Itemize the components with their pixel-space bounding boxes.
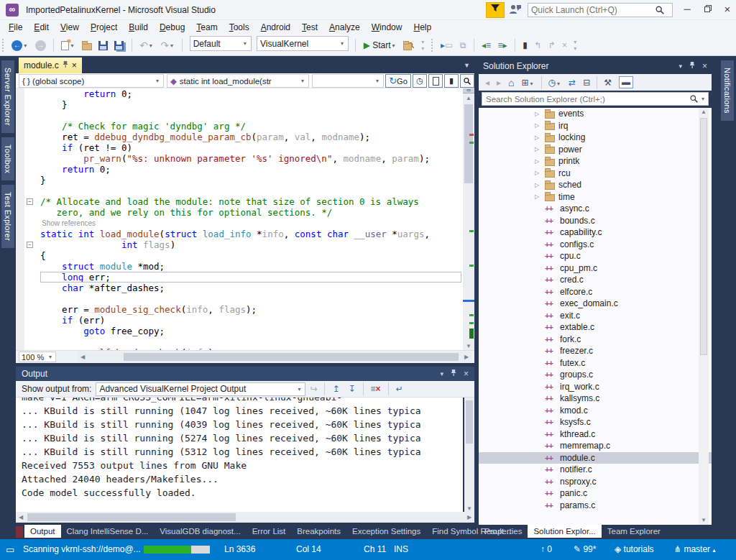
sync-with-active-document-icon[interactable]: ⇄ <box>569 78 576 88</box>
collapse-all-icon[interactable]: ⊟ <box>583 78 590 88</box>
scroll-left-arrow[interactable]: ◀ <box>16 512 26 523</box>
code-line[interactable]: goto free_copy; <box>40 326 461 336</box>
previous-message-icon[interactable]: ↥ <box>332 384 339 394</box>
output-line[interactable]: Attached 24040 headers/Makefiles... <box>16 472 463 486</box>
tree-item-printk[interactable]: ▷printk <box>479 155 712 167</box>
startup-profile-combo[interactable]: VisualKernel▾ <box>257 36 349 51</box>
member-dropdown[interactable]: ◆static int load_module(str▾ <box>167 74 309 88</box>
output-panel-header[interactable]: Output ▾ × <box>16 367 474 381</box>
code-line[interactable]: zero, and we rely on this for optional s… <box>40 207 461 218</box>
bottom-tab-output[interactable]: Output <box>24 525 61 538</box>
tree-item-module-c[interactable]: ++module.c <box>479 452 712 464</box>
menu-build[interactable]: Build <box>123 20 154 35</box>
window-position-icon[interactable]: ▾ <box>678 63 682 70</box>
bottom-tab-team-explorer[interactable]: Team Explorer <box>602 525 666 538</box>
window-position-icon[interactable]: ▾ <box>440 370 443 377</box>
tree-item-cpu_pm-c[interactable]: ++cpu_pm.c <box>479 262 712 275</box>
code-line[interactable]: } <box>40 99 461 110</box>
solution-configuration-combo[interactable]: Default▾ <box>190 36 252 51</box>
scroll-up-arrow[interactable]: ▲ <box>699 108 709 116</box>
close-tab-icon[interactable]: × <box>72 60 77 70</box>
search-options-caret[interactable]: ▾ <box>700 96 706 102</box>
fold-marker-icon[interactable]: − <box>27 198 33 205</box>
pending-changes-filter-icon[interactable]: ◷▾ <box>548 78 562 88</box>
save-all-button[interactable] <box>112 36 126 55</box>
next-bookmark-button[interactable]: ↱ <box>546 36 557 55</box>
code-line[interactable]: ret = ddebug_dyndbg_module_param_cb(para… <box>40 132 461 142</box>
expander-icon[interactable]: ▷ <box>535 170 545 176</box>
code-line[interactable] <box>40 110 461 121</box>
tree-item-kthread-c[interactable]: ++kthread.c <box>479 428 712 441</box>
navigate-forward-button[interactable]: → <box>33 36 48 55</box>
code-line[interactable] <box>40 293 461 304</box>
search-icon[interactable] <box>689 94 699 104</box>
bottom-tab-breakpoints[interactable]: Breakpoints <box>291 525 346 538</box>
increase-indent-button[interactable]: ≡▸ <box>495 36 509 55</box>
goto-message-icon[interactable]: ↪ <box>310 384 317 394</box>
expander-icon[interactable]: ▷ <box>535 122 545 129</box>
status-character-number[interactable]: Ch 11 <box>364 544 386 554</box>
tree-item-params-c[interactable]: ++params.c <box>479 500 712 512</box>
scroll-up-arrow[interactable]: ▲ <box>463 94 474 102</box>
properties-wrench-icon[interactable]: ⚒ <box>604 78 612 88</box>
redo-button[interactable]: ↷▾ <box>158 36 177 55</box>
show-all-files-button[interactable]: ▬ <box>619 76 633 88</box>
tree-item-time[interactable]: ▷time <box>479 191 712 203</box>
close-icon[interactable]: × <box>702 61 707 71</box>
menu-window[interactable]: Window <box>366 20 408 35</box>
codejumps-bookmark-button[interactable]: ▮ <box>444 74 459 88</box>
search-icon[interactable] <box>655 5 665 15</box>
code-editor[interactable]: −− return 0; } /* Check for magic 'dyndb… <box>16 88 463 350</box>
expander-icon[interactable]: ▷ <box>535 134 545 141</box>
codejumps-go-button[interactable]: ↻Go <box>385 74 411 88</box>
filter-toolbar-button[interactable] <box>486 2 505 18</box>
output-line[interactable]: ... KBuild is still running (5312 log li… <box>16 445 463 459</box>
code-line[interactable]: return 0; <box>40 164 461 175</box>
document-tab-module-c[interactable]: module.c × <box>19 58 82 73</box>
splitter-handle[interactable]: ═ <box>463 88 474 93</box>
tree-item-exit-c[interactable]: ++exit.c <box>479 310 712 322</box>
bottom-tab-visualgdb-diagnost-[interactable]: VisualGDB diagnost... <box>154 525 246 538</box>
new-project-button[interactable]: ▾ <box>59 36 77 55</box>
home-icon[interactable]: ⌂ <box>508 77 514 88</box>
code-line[interactable]: /* Check for magic 'dyndbg' arg */ <box>40 121 461 132</box>
expander-icon[interactable]: ▷ <box>535 146 545 152</box>
document-list-dropdown[interactable]: ▼ <box>464 62 470 69</box>
code-line[interactable]: if (err) <box>40 315 461 326</box>
tree-item-notifier-c[interactable]: ++notifier.c <box>479 464 712 476</box>
solution-explorer-scrollbar[interactable]: ▲ ▼ <box>699 108 709 525</box>
history-dropdown[interactable]: ▾ <box>312 74 384 88</box>
bottom-tab-solution-explor-[interactable]: Solution Explor... <box>528 525 601 538</box>
minimize-button[interactable]: ─ <box>677 0 697 19</box>
restore-button[interactable] <box>697 0 717 19</box>
save-button[interactable] <box>96 36 110 55</box>
output-line[interactable]: Code model successfully loaded. <box>16 486 463 500</box>
toolbar-drag-handle[interactable] <box>2 39 5 52</box>
tree-item-configs-c[interactable]: ++configs.c <box>479 239 712 251</box>
copy-reference-button[interactable]: ⧉ <box>458 36 469 55</box>
tree-item-async-c[interactable]: ++async.c <box>479 203 712 215</box>
editor-horizontal-scrollbar[interactable]: ◀ ▶ <box>78 352 472 362</box>
tree-item-futex-c[interactable]: ++futex.c <box>479 357 712 369</box>
bottom-tab-error-list[interactable]: Error List <box>247 525 292 538</box>
code-text[interactable]: return 0; } /* Check for magic 'dyndbg' … <box>40 88 461 350</box>
menu-analyze[interactable]: Analyze <box>323 20 366 35</box>
pending-changes-indicator[interactable]: ✎ 99* <box>574 544 596 554</box>
tree-item-kmod-c[interactable]: ++kmod.c <box>479 405 712 417</box>
tree-item-rcu[interactable]: ▷rcu <box>479 167 712 180</box>
close-icon[interactable]: × <box>464 369 469 379</box>
quick-launch-input[interactable] <box>528 4 655 17</box>
editor-vertical-scrollbar[interactable]: ═ ▲ ▼ <box>463 88 474 350</box>
scroll-down-arrow[interactable]: ▼ <box>464 505 474 512</box>
output-line[interactable]: make V=1 ARCH=arm CROSS_COMPILE=arm-xili… <box>16 398 463 404</box>
output-log[interactable]: make V=1 ARCH=arm CROSS_COMPILE=arm-xili… <box>16 398 463 512</box>
output-line[interactable]: ... KBuild is still running (4039 log li… <box>16 418 463 431</box>
navigate-to-button[interactable]: ▸▭ <box>438 36 455 55</box>
tree-item-memremap-c[interactable]: ++memremap.c <box>479 440 712 452</box>
open-file-button[interactable] <box>80 36 94 55</box>
tree-item-irq[interactable]: ▷irq <box>479 120 712 132</box>
tree-item-freezer-c[interactable]: ++freezer.c <box>479 345 712 357</box>
code-line[interactable]: int flags) <box>40 239 461 250</box>
bottom-tab-properties[interactable]: Properties <box>479 525 528 538</box>
close-button[interactable]: × <box>717 0 736 19</box>
